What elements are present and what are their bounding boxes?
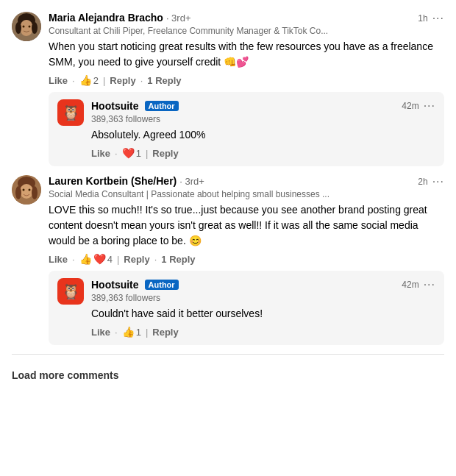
reply-reaction-count-maria: 1	[136, 148, 141, 159]
load-more-button[interactable]: Load more comments	[12, 363, 118, 387]
reply-block-maria: 🦉 Hootsuite Author 42m ··· 389,363 follo…	[49, 92, 444, 166]
degree-lauren: · 3rd+	[179, 176, 204, 187]
reply-reaction-emoji-lauren: 👍	[122, 326, 135, 338]
reactions-maria: 👍 2	[79, 74, 99, 86]
reaction-heart-lauren: ❤️	[93, 253, 106, 265]
avatar-maria	[12, 12, 41, 41]
reply-button-lauren[interactable]: Reply	[124, 254, 149, 265]
author-info-maria: Maria Alejandra Bracho · 3rd+	[49, 12, 191, 24]
avatar-hootsuite-2: 🦉	[57, 278, 84, 305]
reply-followers-lauren: 389,363 followers	[91, 293, 435, 303]
divider	[12, 354, 444, 355]
reply-content-maria: Hootsuite Author 42m ··· 389,363 followe…	[91, 99, 435, 159]
svg-point-11	[32, 186, 38, 199]
comment-actions-lauren: Like · 👍 ❤️ 4 | Reply · 1 Reply	[49, 253, 444, 265]
author-title-lauren: Social Media Consultant | Passionate abo…	[49, 189, 444, 199]
reaction-like-lauren: 👍	[79, 253, 92, 265]
like-button-maria[interactable]: Like	[49, 75, 68, 86]
reply-container-maria: 🦉 Hootsuite Author 42m ··· 389,363 follo…	[49, 92, 444, 166]
reply-meta-maria: 42m ···	[402, 99, 435, 113]
avatar-hootsuite-1: 🦉	[57, 99, 84, 126]
reply-count-lauren[interactable]: 1 Reply	[161, 254, 195, 265]
reply-content-lauren: Hootsuite Author 42m ··· 389,363 followe…	[91, 278, 435, 338]
comment-actions-maria: Like · 👍 2 | Reply · 1 Reply	[49, 74, 444, 86]
reply-container-lauren: 🦉 Hootsuite Author 42m ··· 389,363 follo…	[49, 271, 444, 345]
comment-meta-lauren: 2h ···	[418, 175, 444, 188]
reply-header-lauren: Hootsuite Author 42m ···	[91, 278, 435, 291]
author-badge-maria: Author	[145, 101, 179, 111]
reply-reply-button-lauren[interactable]: Reply	[152, 327, 178, 338]
comment-maria-header: Maria Alejandra Bracho · 3rd+ 1h ···	[49, 12, 444, 25]
author-info-lauren: Lauren Kortbein (She/Her) · 3rd+	[49, 175, 204, 187]
hootsuite-owl-icon-2: 🦉	[62, 284, 80, 299]
comment-text-maria: When you start noticing great results wi…	[49, 39, 444, 70]
reply-actions-lauren: Like · 👍 1 | Reply	[91, 326, 435, 338]
author-title-maria: Consultant at Chili Piper, Freelance Com…	[49, 26, 444, 36]
svg-point-3	[15, 22, 21, 34]
reply-meta-lauren: 42m ···	[402, 278, 435, 291]
reply-reaction-emoji-maria: ❤️	[122, 147, 135, 159]
svg-point-5	[23, 26, 25, 28]
avatar-lauren	[12, 175, 41, 205]
comment-maria-content: Maria Alejandra Bracho · 3rd+ 1h ··· Con…	[49, 12, 444, 86]
author-name-maria: Maria Alejandra Bracho	[49, 12, 163, 24]
reply-author-info-lauren: Hootsuite Author	[91, 279, 179, 291]
comment-lauren-content: Lauren Kortbein (She/Her) · 3rd+ 2h ··· …	[49, 175, 444, 265]
timestamp-lauren: 2h	[418, 177, 427, 187]
reply-block-lauren: 🦉 Hootsuite Author 42m ··· 389,363 follo…	[49, 271, 444, 345]
comment-text-lauren: LOVE this so much!! It's so true...just …	[49, 202, 444, 249]
reply-author-name-lauren: Hootsuite	[91, 279, 139, 291]
svg-point-2	[20, 20, 33, 36]
reactions-lauren: 👍 ❤️ 4	[79, 253, 113, 265]
svg-point-13	[29, 189, 31, 191]
svg-point-4	[32, 22, 38, 34]
comment-meta-maria: 1h ···	[418, 12, 444, 25]
more-options-maria[interactable]: ···	[432, 12, 444, 25]
comment-lauren-header: Lauren Kortbein (She/Her) · 3rd+ 2h ···	[49, 175, 444, 188]
reply-timestamp-lauren: 42m	[402, 280, 418, 290]
degree-maria: · 3rd+	[166, 13, 191, 24]
reply-actions-maria: Like · ❤️ 1 | Reply	[91, 147, 435, 159]
timestamp-maria: 1h	[418, 13, 427, 24]
svg-point-6	[29, 26, 31, 28]
reply-reaction-count-lauren: 1	[136, 327, 141, 338]
reply-like-button-maria[interactable]: Like	[91, 148, 110, 159]
reply-button-maria[interactable]: Reply	[110, 75, 135, 86]
comment-lauren: Lauren Kortbein (She/Her) · 3rd+ 2h ··· …	[12, 175, 444, 265]
reaction-count-maria: 2	[93, 75, 99, 86]
svg-point-9	[20, 184, 33, 199]
reply-header-maria: Hootsuite Author 42m ···	[91, 99, 435, 113]
reply-author-info-maria: Hootsuite Author	[91, 100, 179, 112]
comment-maria: Maria Alejandra Bracho · 3rd+ 1h ··· Con…	[12, 12, 444, 86]
reply-reactions-lauren: 👍 1	[122, 326, 141, 338]
reply-reply-button-maria[interactable]: Reply	[152, 148, 178, 159]
reply-followers-maria: 389,363 followers	[91, 114, 435, 124]
reaction-emoji-maria: 👍	[79, 74, 92, 86]
reply-reactions-maria: ❤️ 1	[122, 147, 141, 159]
reply-text-lauren: Couldn't have said it better ourselves!	[91, 306, 435, 322]
svg-point-12	[23, 189, 25, 191]
reply-like-button-lauren[interactable]: Like	[91, 327, 110, 338]
reply-timestamp-maria: 42m	[402, 101, 418, 111]
author-badge-lauren: Author	[145, 280, 179, 290]
reaction-count-lauren: 4	[107, 254, 113, 265]
reply-author-name-maria: Hootsuite	[91, 100, 139, 112]
more-options-lauren[interactable]: ···	[432, 175, 444, 188]
svg-point-10	[15, 186, 21, 199]
reply-more-options-lauren[interactable]: ···	[424, 278, 435, 291]
reply-more-options-maria[interactable]: ···	[424, 99, 435, 113]
hootsuite-owl-icon-1: 🦉	[62, 105, 80, 120]
author-name-lauren: Lauren Kortbein (She/Her)	[49, 175, 177, 187]
reply-text-maria: Absolutely. Agreed 100%	[91, 127, 435, 143]
like-button-lauren[interactable]: Like	[49, 254, 68, 265]
reply-count-maria[interactable]: 1 Reply	[147, 75, 181, 86]
